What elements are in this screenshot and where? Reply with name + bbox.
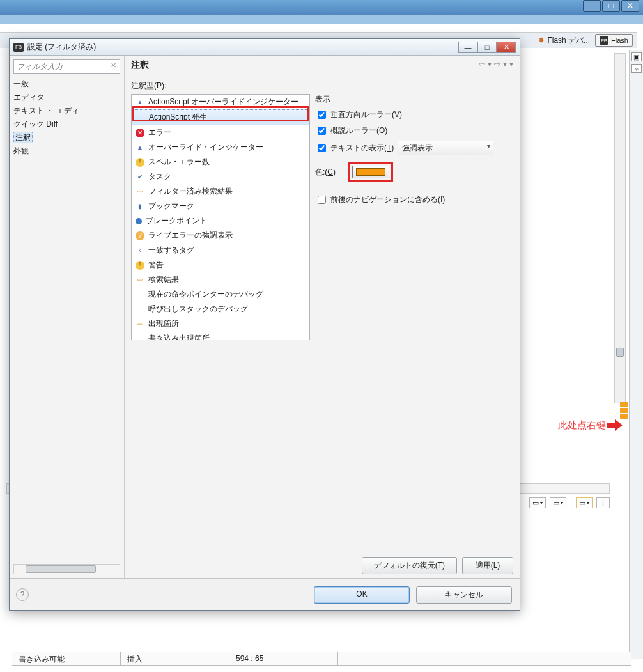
list-item[interactable]: ▲ActionScript オーバーライドインジケーター	[132, 95, 309, 109]
toolbar-button[interactable]: ▭▾	[576, 497, 593, 508]
text-as-select[interactable]: 強調表示	[398, 141, 493, 155]
os-maximize-button[interactable]: □	[602, 0, 620, 12]
overview-ruler-checkbox[interactable]: 概説ルーラー(O)	[315, 125, 387, 137]
page-menu[interactable]: ▾	[509, 59, 513, 68]
dialog-title: 設定 (フィルタ済み)	[27, 42, 96, 52]
restore-defaults-button[interactable]: デフォルトの復元(T)	[362, 557, 457, 574]
warning-icon: !	[136, 158, 144, 167]
list-item[interactable]: ✕エラー	[132, 125, 309, 140]
list-item[interactable]: ⇨フィルター済み検索結果	[132, 184, 309, 199]
separator	[131, 74, 513, 74]
gutter-restore-icon[interactable]: ▣	[631, 52, 642, 61]
list-item[interactable]: 呼び出しスタックのデバッグ	[132, 302, 309, 316]
ide-right-gutter: ▣ ⟐	[629, 50, 643, 659]
scrollbar-thumb[interactable]	[616, 348, 624, 357]
overview-ruler-markers	[620, 402, 628, 419]
include-nav-checkbox[interactable]: 前後のナビゲーションに含める(I)	[315, 194, 445, 206]
occurrence-icon	[136, 113, 145, 122]
status-bar: 書き込み可能 挿入 594 : 65	[12, 652, 631, 666]
list-item[interactable]: !スペル・エラー数	[132, 155, 309, 169]
dialog-titlebar[interactable]: FB 設定 (フィルタ済み) — □ ✕	[10, 39, 520, 56]
annotation-types-list[interactable]: ▲ActionScript オーバーライドインジケーター ActionScrip…	[131, 94, 310, 340]
toolbar-button[interactable]: ⋮	[596, 497, 610, 508]
forward-button[interactable]: ⇨	[494, 59, 500, 68]
filter-clear-icon[interactable]: ✕	[108, 61, 118, 72]
back-menu[interactable]: ▾	[488, 59, 492, 68]
filter-icon: ⇨	[136, 187, 144, 196]
list-item[interactable]: !警告	[132, 258, 309, 272]
vertical-ruler-checkbox[interactable]: 垂直方向ルーラー(V)	[315, 109, 402, 121]
override-icon: ▲	[136, 98, 144, 107]
flash-builder-icon: FB	[13, 43, 24, 52]
dialog-minimize-button[interactable]: —	[458, 42, 477, 53]
annotation-callout: 此处点右键	[558, 419, 606, 432]
preferences-nav: ✕ 一般 エディタ テキスト ・ エディ クイック Diff 注釈 外観	[10, 56, 125, 578]
blank-icon	[136, 290, 144, 299]
search-icon: ⇨	[136, 276, 144, 285]
back-button[interactable]: ⇦	[479, 59, 485, 68]
window-border	[0, 15, 643, 24]
flash-builder-icon: FB	[600, 36, 608, 45]
apply-button[interactable]: 適用(L)	[462, 557, 513, 574]
os-minimize-button[interactable]: —	[583, 0, 601, 12]
tree-editor[interactable]: エディタ	[13, 91, 120, 104]
dialog-footer: ? OK キャンセル	[10, 578, 520, 610]
color-swatch	[356, 168, 385, 176]
tree-quick-diff[interactable]: クイック Diff	[13, 118, 120, 131]
preferences-tree[interactable]: 一般 エディタ テキスト ・ エディ クイック Diff 注釈 外観	[13, 77, 120, 564]
cancel-button[interactable]: キャンセル	[416, 586, 512, 604]
bookmark-icon: ▮	[136, 202, 144, 211]
occurrence-marker[interactable]	[620, 414, 628, 419]
forward-menu[interactable]: ▾	[503, 59, 507, 68]
toolbar-button[interactable]: ▭▾	[529, 497, 546, 508]
list-item[interactable]: 書き込み出現箇所	[132, 331, 309, 340]
list-item[interactable]: ▮ブックマーク	[132, 199, 309, 214]
filter-input[interactable]	[13, 59, 120, 74]
text-as-checkbox[interactable]: テキストの表示(T)	[315, 142, 394, 154]
preferences-dialog: FB 設定 (フィルタ済み) — □ ✕ ✕ 一般 エディタ テキスト ・ エデ…	[9, 38, 520, 611]
blank-icon	[136, 305, 144, 314]
question-icon: ?	[136, 231, 144, 240]
dialog-close-button[interactable]: ✕	[497, 42, 516, 53]
os-titlebar: — □ ✕	[0, 0, 643, 15]
tree-appearance[interactable]: 外観	[13, 145, 120, 158]
breakpoint-icon	[136, 218, 142, 224]
chevron-icon: ‹	[136, 246, 144, 255]
tree-text-editors[interactable]: テキスト ・ エディ	[13, 104, 120, 118]
perspective-flash[interactable]: FB Flash	[595, 34, 633, 47]
gutter-help-icon[interactable]: ⟐	[631, 64, 642, 73]
warning-icon: !	[136, 261, 144, 270]
list-item-selected[interactable]: ActionScript 発生	[132, 109, 309, 125]
list-item[interactable]: ⇨検索結果	[132, 272, 309, 287]
highlight-color-box	[348, 162, 393, 182]
os-close-button[interactable]: ✕	[621, 0, 639, 12]
scrollbar-thumb[interactable]	[26, 565, 96, 573]
list-item[interactable]: ▲オーバーライド・インジケーター	[132, 140, 309, 155]
list-item[interactable]: ?ライブエラーの強調表示	[132, 228, 309, 243]
list-item[interactable]: ✔タスク	[132, 169, 309, 184]
toolbar-button[interactable]: ▭▾	[550, 497, 566, 508]
perspective-flash-debug[interactable]: ✸ Flash デバ...	[538, 35, 590, 46]
color-picker-button[interactable]	[352, 166, 389, 178]
annotation-arrow-icon	[607, 419, 623, 431]
preferences-page: ⇦ ▾ ⇨ ▾ ▾ 注釈 注釈型(P): ▲ActionScript オーバーラ…	[125, 56, 520, 578]
tree-scrollbar-horizontal[interactable]	[13, 564, 120, 574]
editor-scrollbar-vertical[interactable]	[614, 53, 626, 403]
editor-toolbar-right: ▭▾ ▭▾ | ▭▾ ⋮	[529, 497, 610, 508]
occurrence-icon: ⇨	[136, 320, 144, 329]
tree-annotations[interactable]: 注釈	[13, 131, 120, 145]
occurrence-marker[interactable]	[620, 402, 628, 407]
help-button[interactable]: ?	[16, 588, 29, 601]
dialog-maximize-button[interactable]: □	[477, 42, 497, 53]
list-item[interactable]: ブレークポイント	[132, 214, 309, 228]
tree-general[interactable]: 一般	[13, 77, 120, 91]
page-title: 注釈	[131, 59, 513, 71]
list-item[interactable]: ‹一致するタグ	[132, 243, 309, 258]
page-nav-arrows: ⇦ ▾ ⇨ ▾ ▾	[479, 59, 513, 68]
occurrence-marker[interactable]	[620, 408, 628, 413]
list-item[interactable]: ⇨出現箇所	[132, 316, 309, 331]
ok-button[interactable]: OK	[314, 586, 410, 604]
status-insert-mode: 挿入	[121, 652, 229, 665]
color-label: 色:(C)	[315, 167, 336, 178]
list-item[interactable]: 現在の命令ポインターのデバッグ	[132, 287, 309, 302]
